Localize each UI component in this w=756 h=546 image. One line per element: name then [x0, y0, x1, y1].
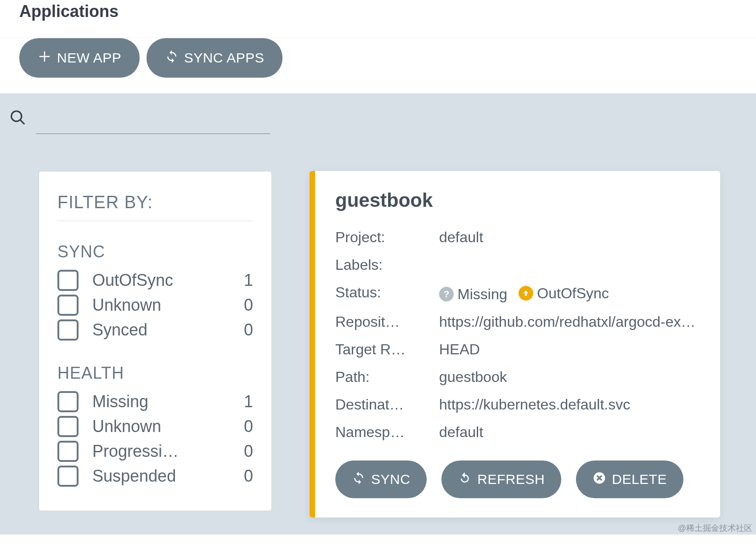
target-label: Target R…: [335, 338, 439, 360]
watermark: @稀土掘金技术社区: [678, 523, 752, 534]
refresh-icon: [458, 471, 472, 488]
refresh-label: REFRESH: [477, 472, 545, 487]
app-card[interactable]: guestbook Project: default Labels: Statu…: [310, 171, 720, 518]
row-status: Status: ? Missing OutOfSync: [335, 279, 702, 308]
arrow-up-icon: [519, 286, 533, 301]
filter-count: 0: [239, 320, 253, 340]
new-app-label: NEW APP: [57, 50, 121, 66]
filter-count: 0: [239, 442, 253, 461]
filter-label: Synced: [92, 320, 239, 340]
status-label: Status:: [335, 281, 439, 305]
path-label: Path:: [335, 366, 439, 388]
row-namespace: Namesp… default: [335, 418, 702, 446]
checkbox-icon[interactable]: [57, 295, 79, 316]
dest-label: Destinat…: [335, 393, 439, 415]
sync-apps-label: SYNC APPS: [184, 50, 265, 66]
main-area: FILTER BY: SYNC OutOfSync 1 Unknown 0 Sy…: [0, 93, 756, 535]
delete-label: DELETE: [612, 472, 667, 487]
dest-value: https://kubernetes.default.svc: [439, 393, 702, 415]
new-app-button[interactable]: NEW APP: [19, 38, 140, 78]
filter-row-progressing[interactable]: Progressi… 0: [57, 439, 253, 464]
row-labels: Labels:: [335, 251, 702, 279]
status-outofsync-text: OutOfSync: [537, 282, 609, 304]
sync-label: SYNC: [371, 472, 410, 487]
filter-count: 0: [239, 417, 253, 436]
checkbox-icon[interactable]: [57, 319, 79, 341]
filter-label: Suspended: [92, 466, 239, 486]
path-value: guestbook: [439, 366, 702, 388]
target-value: HEAD: [439, 338, 702, 360]
sync-icon: [165, 50, 179, 67]
filter-label: Unknown: [92, 296, 239, 315]
project-value: default: [439, 226, 702, 248]
filter-count: 1: [239, 271, 253, 290]
sync-button[interactable]: SYNC: [335, 461, 427, 498]
filter-label: Unknown: [92, 417, 239, 436]
search-input[interactable]: [36, 133, 270, 134]
toolbar: NEW APP SYNC APPS: [0, 38, 756, 93]
search-row: [0, 109, 756, 134]
repo-value: https://github.com/redhatxl/argocd-ex…: [439, 311, 702, 333]
filter-row-synced[interactable]: Synced 0: [57, 318, 253, 342]
filter-row-outofsync[interactable]: OutOfSync 1: [57, 268, 253, 293]
filter-section-health-title: HEALTH: [57, 364, 253, 383]
filter-count: 0: [239, 466, 253, 486]
filter-row-missing[interactable]: Missing 1: [57, 389, 253, 414]
repo-label: Reposit…: [335, 311, 439, 333]
ns-label: Namesp…: [335, 421, 439, 443]
delete-icon: [592, 471, 606, 488]
checkbox-icon[interactable]: [57, 270, 79, 291]
filter-by-title: FILTER BY:: [57, 193, 253, 221]
search-icon[interactable]: [9, 109, 36, 134]
filter-panel: FILTER BY: SYNC OutOfSync 1 Unknown 0 Sy…: [39, 171, 272, 511]
refresh-button[interactable]: REFRESH: [441, 461, 561, 498]
project-label: Project:: [335, 226, 439, 248]
ns-value: default: [439, 421, 702, 443]
checkbox-icon[interactable]: [57, 441, 79, 462]
row-target-revision: Target R… HEAD: [335, 336, 702, 363]
page-title: Applications: [0, 0, 756, 38]
row-project: Project: default: [335, 223, 702, 251]
sync-icon: [352, 471, 366, 488]
checkbox-icon[interactable]: [57, 416, 79, 437]
filter-row-unknown-sync[interactable]: Unknown 0: [57, 293, 253, 318]
filter-row-suspended[interactable]: Suspended 0: [57, 464, 253, 489]
filter-label: OutOfSync: [92, 271, 239, 290]
filter-row-unknown-health[interactable]: Unknown 0: [57, 414, 253, 439]
filter-label: Progressi…: [92, 442, 239, 461]
status-missing: ? Missing: [439, 283, 507, 305]
status-missing-text: Missing: [457, 283, 507, 305]
delete-button[interactable]: DELETE: [576, 461, 683, 498]
row-repository: Reposit… https://github.com/redhatxl/arg…: [335, 308, 702, 336]
filter-section-sync-title: SYNC: [57, 242, 253, 262]
filter-label: Missing: [92, 392, 239, 411]
plus-icon: [38, 50, 51, 67]
filter-count: 1: [239, 392, 253, 411]
question-icon: ?: [439, 287, 454, 301]
status-value: ? Missing OutOfSync: [439, 281, 702, 305]
row-destination: Destinat… https://kubernetes.default.svc: [335, 391, 702, 418]
labels-value: [439, 254, 702, 276]
app-name: guestbook: [335, 189, 702, 211]
card-actions: SYNC REFRESH DELETE: [335, 461, 702, 498]
sync-apps-button[interactable]: SYNC APPS: [147, 38, 283, 78]
checkbox-icon[interactable]: [57, 391, 79, 412]
labels-label: Labels:: [335, 254, 439, 276]
filter-count: 0: [239, 296, 253, 315]
checkbox-icon[interactable]: [57, 466, 79, 487]
status-outofsync: OutOfSync: [519, 282, 609, 304]
row-path: Path: guestbook: [335, 363, 702, 391]
